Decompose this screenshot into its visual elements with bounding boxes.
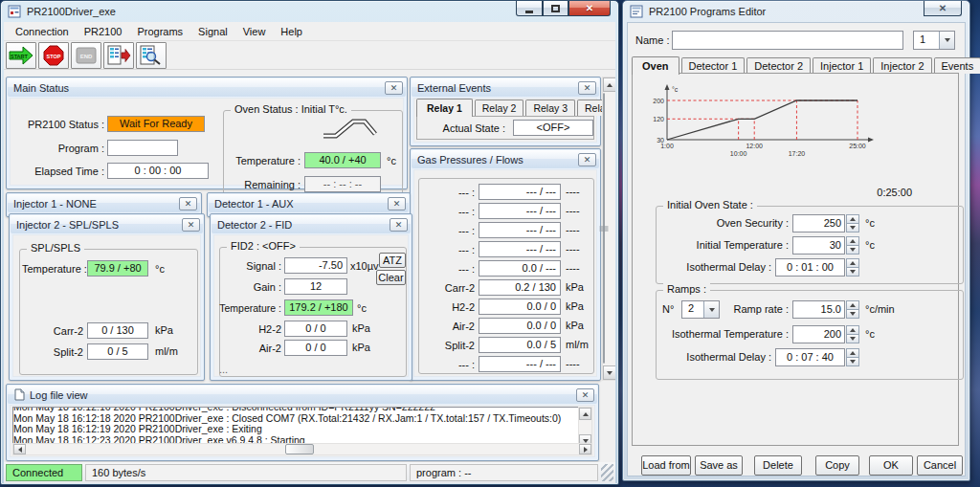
scroll-up-button[interactable] [603, 77, 615, 92]
tab-relay-3[interactable]: Relay 3 [525, 100, 575, 116]
tab-injector-1[interactable]: Injector 1 [813, 57, 871, 74]
copy-button[interactable]: Copy [815, 455, 859, 476]
tab-oven[interactable]: Oven [632, 56, 679, 75]
injector2-close-icon[interactable]: ✕ [182, 218, 200, 232]
menu-item-pr2100[interactable]: PR2100 [77, 22, 130, 40]
log-scroll-left-button[interactable] [13, 444, 26, 454]
tab-injector-2[interactable]: Injector 2 [873, 57, 931, 74]
ramp-rate-field[interactable]: 15.0 [792, 300, 859, 319]
scroll-thumb[interactable] [603, 93, 605, 364]
spin-down-button[interactable] [846, 245, 859, 255]
gas-row-unit: kPa [566, 281, 584, 293]
spin-down-button[interactable] [846, 334, 859, 343]
editor-titlebar[interactable]: PR2100 Programs Editor ✕ [623, 1, 969, 22]
initial-isothermal-delay-value[interactable]: 0 : 01 : 00 [775, 258, 845, 277]
menu-item-help[interactable]: Help [273, 22, 310, 40]
delete-button[interactable]: Delete [754, 455, 802, 476]
spin-down-button[interactable] [846, 309, 859, 319]
maximize-button[interactable] [543, 1, 568, 16]
close-button[interactable]: ✕ [568, 1, 611, 16]
ramp-isothermal-delay-field[interactable]: 0 : 07 : 40 [775, 348, 859, 366]
isothermal-temperature-field[interactable]: 200 [792, 325, 859, 343]
log-view-close-icon[interactable]: ✕ [576, 388, 594, 402]
gas-row-unit: kPa [566, 300, 584, 312]
arrow-down-icon [850, 226, 856, 230]
injector2-titlebar[interactable]: Injector 2 - SPL/SPLS ✕ [11, 215, 203, 233]
arrow-up-icon [850, 261, 856, 265]
gas-row-value: 0.0 / 5 [479, 337, 561, 353]
log-vertical-scrollbar[interactable] [578, 407, 592, 448]
menu-item-programs[interactable]: Programs [129, 22, 190, 40]
gas-pressures-title: Gas Pressures / Flows [417, 154, 523, 166]
oven-security-value[interactable]: 250 [792, 214, 845, 232]
tab-relay-1[interactable]: Relay 1 [416, 99, 473, 117]
detector2-close-icon[interactable]: ✕ [390, 218, 408, 232]
tab-detector-2[interactable]: Detector 2 [746, 57, 811, 74]
editor-close-button[interactable]: ✕ [924, 1, 962, 16]
menu-item-connection[interactable]: Connection [8, 22, 77, 40]
ramp-number-label: N° [662, 303, 674, 315]
log-view-titlebar[interactable]: Log file view ✕ [8, 386, 597, 404]
oven-security-field[interactable]: 250 [792, 214, 859, 232]
client-vertical-scrollbar[interactable] [602, 77, 615, 381]
export-log-button[interactable] [103, 42, 134, 69]
view-log-button[interactable] [136, 42, 167, 69]
tab-relay-2[interactable]: Relay 2 [475, 100, 524, 116]
external-events-titlebar[interactable]: External Events ✕ [412, 78, 599, 97]
log-horizontal-thumb[interactable] [285, 444, 314, 454]
injector1-close-icon[interactable]: ✕ [179, 197, 197, 210]
ramp-isothermal-delay-value[interactable]: 0 : 07 : 40 [775, 348, 845, 366]
gas-row-value: --- / --- [479, 356, 561, 372]
injector1-titlebar[interactable]: Injector 1 - NONE ✕ [8, 194, 200, 212]
stop-button[interactable]: STOP [38, 42, 69, 69]
gas-pressures-titlebar[interactable]: Gas Pressures / Flows ✕ [412, 150, 599, 168]
detector2-temperature-value: 179.2 / +180 [284, 299, 353, 316]
clear-button[interactable]: Clear [376, 270, 406, 285]
log-scroll-up-button[interactable] [579, 408, 591, 420]
main-status-close-icon[interactable]: ✕ [385, 81, 403, 95]
detector2-titlebar[interactable]: Detector 2 - FID ✕ [212, 215, 411, 233]
menu-item-signal[interactable]: Signal [190, 22, 235, 40]
log-text-area[interactable]: Mon May 18 16:12:16 2020 PR2100Driver_ex… [12, 407, 579, 448]
oven-temperature-label: Temperature : [228, 155, 301, 166]
gas-pressures-close-icon[interactable]: ✕ [578, 153, 596, 166]
detector1-titlebar[interactable]: Detector 1 - AUX ✕ [209, 194, 409, 212]
name-input[interactable] [672, 31, 903, 50]
dropdown-button[interactable] [939, 32, 954, 49]
log-scroll-right-button[interactable] [579, 444, 591, 454]
isothermal-temperature-spinner [846, 325, 859, 343]
load-from-button[interactable]: Load from [641, 455, 691, 476]
spin-down-button[interactable] [846, 357, 859, 366]
external-events-close-icon[interactable]: ✕ [578, 81, 596, 95]
save-as-button[interactable]: Save as [695, 455, 743, 476]
spin-down-button[interactable] [846, 223, 859, 232]
tab-events[interactable]: Events [934, 57, 980, 74]
log-file-icon [13, 388, 26, 401]
initial-temperature-value[interactable]: 30 [792, 236, 845, 255]
tab-detector-1[interactable]: Detector 1 [681, 57, 746, 74]
resize-grip[interactable] [601, 464, 613, 481]
initial-temperature-field[interactable]: 30 [792, 236, 859, 255]
gas-row-label: --- : [421, 244, 475, 255]
ok-button[interactable]: OK [869, 455, 913, 476]
detector1-close-icon[interactable]: ✕ [388, 197, 406, 210]
spin-down-button[interactable] [846, 267, 859, 277]
start-button[interactable]: START [6, 42, 36, 69]
oven-status-group: Oven Status : Initial T°c. Temperature :… [223, 110, 403, 202]
injector2-split-label: Split-2 [22, 346, 83, 358]
end-button[interactable]: END [71, 42, 101, 69]
driver-titlebar[interactable]: PR2100Driver_exe ✕ [1, 1, 618, 22]
program-number-select[interactable]: 1 [913, 31, 955, 50]
minimize-button[interactable] [516, 1, 543, 16]
log-horizontal-scrollbar[interactable] [12, 443, 592, 455]
initial-isothermal-delay-field[interactable]: 0 : 01 : 00 [775, 258, 859, 277]
cancel-button[interactable]: Cancel [917, 455, 963, 476]
panel-main-status: Main Status ✕ PR2100 Status : Wait For R… [6, 77, 408, 189]
atz-button[interactable]: ATZ [379, 253, 406, 268]
detector2-temperature-unit: °c [357, 302, 367, 314]
menu-item-view[interactable]: View [235, 22, 274, 40]
isothermal-temperature-value[interactable]: 200 [792, 325, 845, 343]
scroll-down-button[interactable] [603, 365, 615, 380]
ramp-rate-value[interactable]: 15.0 [792, 300, 845, 319]
main-status-titlebar[interactable]: Main Status ✕ [8, 78, 406, 97]
